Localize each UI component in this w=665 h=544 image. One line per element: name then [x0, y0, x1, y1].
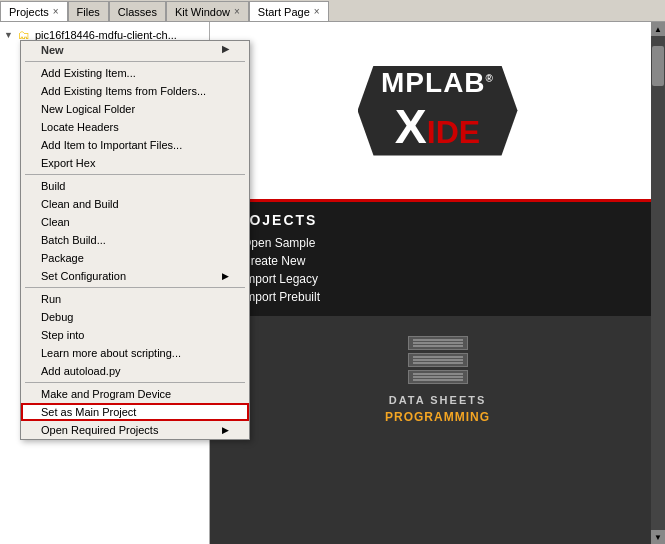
menu-item-new[interactable]: New ▶	[21, 41, 249, 59]
menu-set-config-label: Set Configuration	[41, 270, 126, 282]
scrollbar-up-btn[interactable]: ▲	[651, 22, 665, 36]
menu-batch-build-label: Batch Build...	[41, 234, 106, 246]
ide-letter: IDE	[427, 114, 480, 151]
tab-projects[interactable]: Projects ×	[0, 1, 68, 21]
menu-set-config-arrow: ▶	[222, 271, 229, 281]
registered-mark: ®	[486, 73, 494, 84]
menu-add-from-folders-label: Add Existing Items from Folders...	[41, 85, 206, 97]
menu-item-scripting[interactable]: Learn more about scripting...	[21, 344, 249, 362]
menu-new-logical-label: New Logical Folder	[41, 103, 135, 115]
mplab-brand: MPLAB®	[381, 67, 494, 99]
scrollbar-track[interactable]	[651, 36, 665, 530]
menu-item-export-hex[interactable]: Export Hex	[21, 154, 249, 172]
link-import-legacy-label: Import Legacy	[242, 272, 318, 286]
data-sheets-section: DATA SHEETS PROGRAMMING	[210, 316, 665, 544]
xide-text: X IDE	[395, 99, 480, 154]
scrollbar-down-btn[interactable]: ▼	[651, 530, 665, 544]
link-import-prebuilt[interactable]: Import Prebuilt	[226, 288, 649, 306]
menu-item-locate-headers[interactable]: Locate Headers	[21, 118, 249, 136]
menu-open-required-arrow: ▶	[222, 425, 229, 435]
menu-debug-label: Debug	[41, 311, 73, 323]
link-open-sample[interactable]: Open Sample	[226, 234, 649, 252]
sheets-icon	[408, 336, 468, 384]
tree-root-arrow: ▼	[4, 30, 16, 40]
menu-clean-build-label: Clean and Build	[41, 198, 119, 210]
mplab-badge: MPLAB® X IDE	[348, 41, 528, 181]
menu-sep-4	[25, 382, 245, 383]
link-create-new[interactable]: Create New	[226, 252, 649, 270]
menu-item-add-important[interactable]: Add Item to Important Files...	[21, 136, 249, 154]
menu-step-into-label: Step into	[41, 329, 84, 341]
menu-clean-label: Clean	[41, 216, 70, 228]
link-create-new-label: Create New	[242, 254, 305, 268]
menu-item-autoload[interactable]: Add autoload.py	[21, 362, 249, 380]
menu-locate-headers-label: Locate Headers	[41, 121, 119, 133]
link-import-prebuilt-label: Import Prebuilt	[242, 290, 320, 304]
menu-item-run[interactable]: Run	[21, 290, 249, 308]
menu-scripting-label: Learn more about scripting...	[41, 347, 181, 359]
right-scrollbar[interactable]: ▲ ▼	[651, 22, 665, 544]
menu-open-required-label: Open Required Projects	[41, 424, 158, 436]
mplab-text: MPLAB® X IDE	[381, 67, 494, 154]
programming-label: PROGRAMMING	[385, 410, 490, 424]
tab-files[interactable]: Files	[68, 1, 109, 21]
scrollbar-thumb[interactable]	[652, 46, 664, 86]
main-tab-bar: Projects × Files Classes Kit Window × St…	[0, 0, 665, 22]
left-panel: ▼ 🗂 pic16f18446-mdfu-client-ch... ▶ 📁 He…	[0, 22, 210, 544]
menu-add-existing-label: Add Existing Item...	[41, 67, 136, 79]
menu-package-label: Package	[41, 252, 84, 264]
mplab-logo: MPLAB® X IDE	[348, 41, 528, 181]
menu-item-step-into[interactable]: Step into	[21, 326, 249, 344]
menu-sep-3	[25, 287, 245, 288]
menu-new-arrow: ▶	[222, 44, 229, 56]
tab-projects-close[interactable]: ×	[53, 6, 59, 17]
menu-item-clean[interactable]: Clean	[21, 213, 249, 231]
link-open-sample-label: Open Sample	[242, 236, 315, 250]
menu-add-important-label: Add Item to Important Files...	[41, 139, 182, 151]
menu-item-batch-build[interactable]: Batch Build...	[21, 231, 249, 249]
menu-item-new-logical[interactable]: New Logical Folder	[21, 100, 249, 118]
menu-item-clean-build[interactable]: Clean and Build	[21, 195, 249, 213]
menu-item-package[interactable]: Package	[21, 249, 249, 267]
tab-kit-window[interactable]: Kit Window ×	[166, 1, 249, 21]
x-letter: X	[395, 99, 427, 154]
menu-item-add-from-folders[interactable]: Add Existing Items from Folders...	[21, 82, 249, 100]
menu-sep-1	[25, 61, 245, 62]
menu-item-set-config[interactable]: Set Configuration ▶	[21, 267, 249, 285]
right-panel: MPLAB® X IDE PROJECTS Open Sample	[210, 22, 665, 544]
tab-start-page[interactable]: Start Page ×	[249, 1, 329, 21]
menu-run-label: Run	[41, 293, 61, 305]
sheet-1	[408, 336, 468, 350]
link-import-legacy[interactable]: Import Legacy	[226, 270, 649, 288]
menu-item-make-program[interactable]: Make and Program Device	[21, 385, 249, 403]
menu-autoload-label: Add autoload.py	[41, 365, 121, 377]
context-menu: New ▶ Add Existing Item... Add Existing …	[20, 40, 250, 440]
tab-start-page-label: Start Page	[258, 6, 310, 18]
menu-item-debug[interactable]: Debug	[21, 308, 249, 326]
hexagon-shape: MPLAB® X IDE	[358, 66, 518, 156]
tab-files-label: Files	[77, 6, 100, 18]
menu-item-open-required[interactable]: Open Required Projects ▶	[21, 421, 249, 439]
logo-area: MPLAB® X IDE	[210, 22, 665, 202]
menu-export-hex-label: Export Hex	[41, 157, 95, 169]
projects-title: PROJECTS	[226, 212, 649, 228]
menu-make-program-label: Make and Program Device	[41, 388, 171, 400]
main-area: ▼ 🗂 pic16f18446-mdfu-client-ch... ▶ 📁 He…	[0, 22, 665, 544]
data-sheets-label: DATA SHEETS	[389, 394, 487, 406]
menu-build-label: Build	[41, 180, 65, 192]
menu-sep-2	[25, 174, 245, 175]
tab-kit-window-label: Kit Window	[175, 6, 230, 18]
tab-kit-window-close[interactable]: ×	[234, 6, 240, 17]
menu-item-add-existing[interactable]: Add Existing Item...	[21, 64, 249, 82]
sheet-3	[408, 370, 468, 384]
sheet-2	[408, 353, 468, 367]
menu-new-label: New	[41, 44, 64, 56]
menu-item-build[interactable]: Build	[21, 177, 249, 195]
tab-classes[interactable]: Classes	[109, 1, 166, 21]
menu-item-set-main-project[interactable]: Set as Main Project	[21, 403, 249, 421]
tab-projects-label: Projects	[9, 6, 49, 18]
menu-set-main-label: Set as Main Project	[41, 406, 136, 418]
projects-section: PROJECTS Open Sample Create New Import L…	[210, 202, 665, 316]
tab-start-page-close[interactable]: ×	[314, 6, 320, 17]
tab-classes-label: Classes	[118, 6, 157, 18]
